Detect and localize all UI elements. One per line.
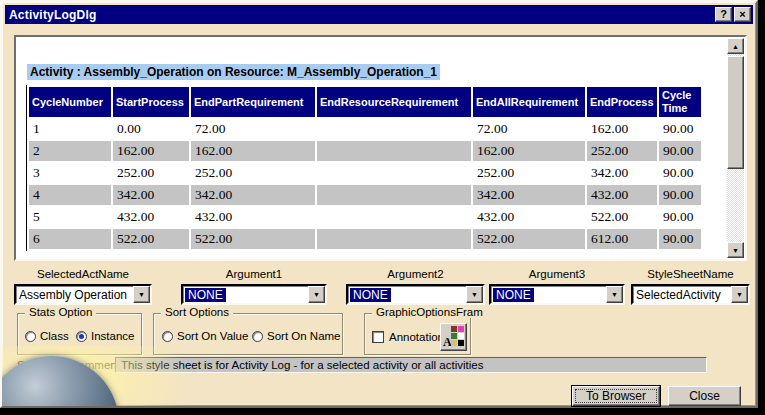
stylesheet-comment-label: StyleSheetcomment — [17, 359, 120, 371]
table-cell — [317, 163, 471, 183]
graphic-options-legend: GraphicOptionsFram — [372, 306, 487, 318]
table-cell: 522.00 — [191, 229, 315, 249]
table-panel: Activity : Assembly_Operation on Resourc… — [14, 35, 747, 261]
table-cell: 252.00 — [113, 163, 189, 183]
table-cell: 90.00 — [659, 141, 701, 161]
column-header: StartProcess — [113, 87, 189, 117]
chevron-down-icon[interactable]: ▼ — [731, 286, 748, 303]
radio-circle-icon — [76, 331, 87, 342]
argument3-combo[interactable]: NONE ▼ — [489, 284, 625, 305]
color-swatch — [458, 340, 464, 346]
close-window-button[interactable]: × — [734, 7, 751, 22]
help-button[interactable]: ? — [715, 7, 732, 22]
table-cell: 162.00 — [587, 119, 657, 139]
combo-value: SelectedActivity — [633, 288, 731, 302]
table-cell: 90.00 — [659, 163, 701, 183]
stylesheet-name-combo[interactable]: SelectedActivity ▼ — [631, 284, 750, 305]
selected-act-name-label: SelectedActName — [14, 268, 152, 280]
table-cell — [317, 229, 471, 249]
table-cell — [317, 141, 471, 161]
stylesheet-comment-field: This style sheet is for Activity Log - f… — [115, 357, 707, 373]
color-swatch — [451, 333, 457, 339]
table-cell: 72.00 — [473, 119, 585, 139]
table-caption: Activity : Assembly_Operation on Resourc… — [27, 64, 440, 80]
vertical-scrollbar[interactable]: ▲ ▼ — [727, 38, 744, 258]
close-button[interactable]: Close — [668, 386, 741, 406]
table-cell: 162.00 — [113, 141, 189, 161]
chevron-down-icon[interactable]: ▼ — [133, 286, 150, 303]
table-cell: 252.00 — [191, 163, 315, 183]
combo-value: Assembly Operation — [16, 288, 133, 302]
checkbox-icon[interactable] — [372, 331, 384, 343]
radio-sort-on-name[interactable]: Sort On Name — [252, 330, 341, 342]
window-title: ActivityLogDlg — [9, 8, 713, 22]
table-cell: 162.00 — [191, 141, 315, 161]
argument2-combo[interactable]: NONE ▼ — [346, 284, 485, 305]
argument3-label: Argument3 — [489, 268, 625, 280]
chevron-down-icon[interactable]: ▼ — [466, 286, 483, 303]
font-color-button[interactable]: A — [440, 323, 467, 351]
chevron-down-icon[interactable]: ▼ — [606, 286, 623, 303]
column-header: Cycle Time — [659, 87, 701, 117]
table-cell: 1 — [29, 119, 111, 139]
column-header: EndPartRequirement — [191, 87, 315, 117]
radio-instance[interactable]: Instance — [76, 330, 134, 342]
table-row: 3252.00252.00252.00342.0090.00 — [29, 163, 701, 183]
annotations-checkbox-row[interactable]: Annotations — [372, 331, 450, 343]
selected-act-name-combo[interactable]: Assembly Operation ▼ — [14, 284, 152, 305]
sun-glow — [2, 346, 192, 406]
column-header: EndResourceRequirement — [317, 87, 471, 117]
to-browser-button[interactable]: To Browser — [572, 386, 660, 406]
table-cell: 432.00 — [191, 207, 315, 227]
color-swatches-icon — [451, 326, 464, 346]
table-cell: 4 — [29, 185, 111, 205]
column-header: CycleNumber — [29, 87, 111, 117]
table-cell: 90.00 — [659, 229, 701, 249]
stats-option-legend: Stats Option — [25, 306, 96, 318]
table-row: 10.0072.0072.00162.0090.00 — [29, 119, 701, 139]
table-cell — [317, 185, 471, 205]
table-cell — [317, 119, 471, 139]
globe-decoration — [2, 346, 192, 406]
table-cell: 252.00 — [587, 141, 657, 161]
scroll-thumb[interactable] — [727, 56, 744, 169]
table-cell: 522.00 — [587, 207, 657, 227]
table-cell: 342.00 — [113, 185, 189, 205]
table-cell: 162.00 — [473, 141, 585, 161]
argument1-label: Argument1 — [181, 268, 327, 280]
color-swatch — [451, 340, 457, 346]
title-bar[interactable]: ActivityLogDlg ? × — [5, 5, 753, 24]
radio-label: Class — [40, 330, 69, 342]
table-cell — [317, 207, 471, 227]
table-cell: 522.00 — [473, 229, 585, 249]
table-cell: 612.00 — [587, 229, 657, 249]
color-swatch — [451, 326, 457, 332]
argument2-label: Argument2 — [346, 268, 485, 280]
combo-value: NONE — [493, 288, 534, 302]
table-cell: 90.00 — [659, 185, 701, 205]
radio-label: Sort On Value — [177, 330, 248, 342]
radio-label: Instance — [91, 330, 134, 342]
table-row: 5432.00432.00432.00522.0090.00 — [29, 207, 701, 227]
scroll-down-arrow-icon[interactable]: ▼ — [727, 242, 744, 258]
table-cell: 5 — [29, 207, 111, 227]
table-cell: 6 — [29, 229, 111, 249]
graphic-options-group: GraphicOptionsFram Annotations A — [364, 313, 471, 355]
table-cell: 432.00 — [113, 207, 189, 227]
activity-log-dialog: ActivityLogDlg ? × Activity : Assembly_O… — [0, 0, 758, 408]
chevron-down-icon[interactable]: ▼ — [308, 286, 325, 303]
table-row: 2162.00162.00162.00252.0090.00 — [29, 141, 701, 161]
table-cell: 342.00 — [473, 185, 585, 205]
radio-sort-on-value[interactable]: Sort On Value — [162, 330, 248, 342]
table-row: 4342.00342.00342.00432.0090.00 — [29, 185, 701, 205]
table-cell: 432.00 — [587, 185, 657, 205]
scroll-up-arrow-icon[interactable]: ▲ — [727, 38, 744, 54]
table-cell: 522.00 — [113, 229, 189, 249]
color-swatch — [458, 333, 464, 339]
stats-option-group: Stats Option Class Instance — [17, 313, 142, 355]
radio-class[interactable]: Class — [25, 330, 69, 342]
table-cell: 252.00 — [473, 163, 585, 183]
table-cell: 0.00 — [113, 119, 189, 139]
table-cell: 72.00 — [191, 119, 315, 139]
argument1-combo[interactable]: NONE ▼ — [181, 284, 327, 305]
